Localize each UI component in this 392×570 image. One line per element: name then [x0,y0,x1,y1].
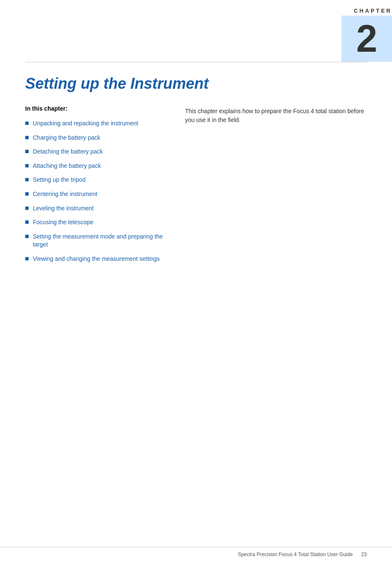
list-item[interactable]: Attaching the battery pack [25,162,168,170]
in-this-chapter-label: In this chapter: [25,105,168,112]
list-item-text: Detaching the battery pack [33,148,103,156]
list-item-text: Viewing and changing the measurement set… [33,255,160,263]
bullet-icon [25,136,29,139]
list-item-text: Focusing the telescope [33,218,93,227]
bullet-icon [25,207,29,210]
list-item-text: Centering the instrument [33,190,97,199]
bullet-icon [25,235,29,238]
bullet-icon [25,150,29,153]
list-item[interactable]: Setting up the tripod [25,176,168,184]
page-title: Setting up the Instrument [0,62,392,105]
list-item[interactable]: Leveling the instrument [25,204,168,213]
list-item[interactable]: Focusing the telescope [25,218,168,227]
list-item[interactable]: Centering the instrument [25,190,168,199]
chapter-number: 2 [356,20,377,58]
chapter-list: Unpacking and repacking the instrument C… [25,119,168,263]
list-item-text: Setting the measurement mode and prepari… [33,233,168,249]
chapter-number-box: 2 [342,16,392,62]
chapter-description: This chapter explains how to prepare the… [185,105,367,125]
page: CHAPTER 2 Setting up the Instrument In t… [0,0,392,570]
bullet-icon [25,220,29,224]
left-column: In this chapter: Unpacking and repacking… [25,105,168,269]
page-footer: Spectra Precision Focus 4 Total Station … [0,547,392,557]
footer-page-number: 23 [361,551,367,557]
bullet-icon [25,122,29,125]
list-item-text: Unpacking and repacking the instrument [33,119,138,128]
bullet-icon [25,192,29,196]
list-item[interactable]: Charging the battery pack [25,134,168,142]
list-item-text: Attaching the battery pack [33,162,101,170]
list-item[interactable]: Unpacking and repacking the instrument [25,119,168,128]
content-area: In this chapter: Unpacking and repacking… [0,105,392,269]
chapter-header: CHAPTER 2 [0,0,392,62]
list-item[interactable]: Detaching the battery pack [25,148,168,156]
bullet-icon [25,164,29,167]
bullet-icon [25,178,29,181]
bullet-icon [25,257,29,260]
footer-brand: Spectra Precision Focus 4 Total Station … [238,551,352,557]
list-item[interactable]: Viewing and changing the measurement set… [25,255,168,263]
right-column: This chapter explains how to prepare the… [185,105,367,269]
list-item-text: Setting up the tripod [33,176,85,184]
list-item-text: Leveling the instrument [33,204,94,213]
chapter-label: CHAPTER [354,0,392,16]
list-item[interactable]: Setting the measurement mode and prepari… [25,233,168,249]
list-item-text: Charging the battery pack [33,134,100,142]
chapter-label-block: CHAPTER 2 [342,0,392,62]
